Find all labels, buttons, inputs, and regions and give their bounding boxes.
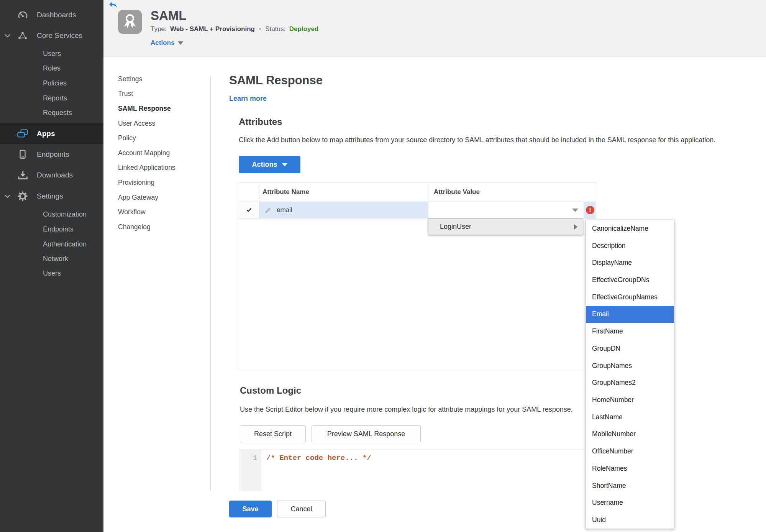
sidebar-item-downloads[interactable]: Downloads: [0, 165, 103, 186]
submenu-item-rolenames[interactable]: RoleNames: [586, 460, 674, 477]
submenu-arrow-icon: [574, 224, 577, 230]
subnav-item-saml-response[interactable]: SAML Response: [118, 101, 202, 116]
submenu-item-effectivegroupnames[interactable]: EffectiveGroupNames: [586, 289, 674, 306]
sidebar-item-settings-endpoints[interactable]: Endpoints: [0, 222, 103, 236]
row-checkbox[interactable]: [245, 206, 253, 214]
sidebar-item-settings[interactable]: Settings: [0, 186, 103, 207]
select-caret-icon: [572, 209, 578, 212]
sidebar-item-settings-users[interactable]: Users: [0, 266, 103, 281]
submenu-item-uuid[interactable]: Uuid: [586, 511, 674, 529]
type-value: Web - SAML + Provisioning: [170, 25, 255, 33]
download-icon: [17, 171, 28, 180]
attribute-value-select[interactable]: [428, 202, 584, 218]
script-editor: 1 /* Enter code here... */: [239, 450, 596, 491]
content-divider: [210, 76, 211, 490]
app-subnav: Settings Trust SAML Response User Access…: [118, 72, 202, 235]
attribute-name-value: email: [277, 206, 292, 214]
select-all-column-header[interactable]: [239, 182, 259, 202]
sidebar-item-policies[interactable]: Policies: [0, 76, 103, 90]
cancel-button[interactable]: Cancel: [277, 501, 326, 517]
edit-pencil-icon: [265, 207, 271, 213]
subnav-item-policy[interactable]: Policy: [118, 131, 202, 146]
submenu-item-email[interactable]: Email: [586, 306, 674, 323]
error-icon: !: [586, 206, 594, 214]
submenu-item-lastname[interactable]: LastName: [586, 409, 674, 426]
table-row[interactable]: email !: [239, 202, 596, 218]
app-title: SAML: [151, 8, 187, 23]
sidebar-item-network[interactable]: Network: [0, 251, 103, 266]
sidebar-item-label: Endpoints: [43, 225, 74, 233]
submenu-item-groupdn[interactable]: GroupDN: [586, 340, 674, 357]
app-header: SAML Type: Web - SAML + Provisioning • S…: [103, 0, 766, 57]
editor-line-number: 1: [239, 450, 261, 491]
status-badge: Deployed: [289, 25, 319, 33]
header-actions-menu[interactable]: Actions: [151, 39, 183, 47]
attribute-value-cell: !: [428, 202, 596, 218]
submenu-item-firstname[interactable]: FirstName: [586, 323, 674, 340]
sidebar-item-label: Core Services: [37, 31, 82, 40]
submenu-item-homenumber[interactable]: HomeNumber: [586, 391, 674, 409]
apps-icon: [17, 129, 28, 138]
chevron-down-icon[interactable]: [5, 195, 10, 198]
sidebar-item-apps[interactable]: Apps: [0, 123, 103, 144]
chevron-down-icon: [282, 163, 287, 166]
subnav-item-linked-applications[interactable]: Linked Applications: [118, 161, 202, 176]
status-label: Status:: [265, 25, 285, 33]
submenu-item-username[interactable]: Username: [586, 494, 674, 512]
subnav-item-app-gateway[interactable]: App Gateway: [118, 190, 202, 205]
sidebar-item-endpoints[interactable]: Endpoints: [0, 144, 103, 165]
learn-more-link[interactable]: Learn more: [229, 95, 267, 103]
attribute-name-cell[interactable]: email: [259, 202, 428, 218]
subnav-item-user-access[interactable]: User Access: [118, 116, 202, 131]
sidebar-item-label: Apps: [37, 130, 55, 138]
submenu-item-mobilenumber[interactable]: MobileNumber: [586, 426, 674, 443]
subnav-item-workflow[interactable]: Workflow: [118, 205, 202, 220]
submenu-item-effectivegroupdns[interactable]: EffectiveGroupDNs: [586, 271, 674, 289]
sidebar-item-customization[interactable]: Customization: [0, 207, 103, 222]
submenu-item-canonicalizename[interactable]: CanonicalizeName: [586, 220, 674, 237]
meta-separator: •: [259, 25, 261, 33]
submenu-item-shortname[interactable]: ShortName: [586, 477, 674, 494]
sidebar-item-users[interactable]: Users: [0, 46, 103, 61]
sidebar-item-label: Network: [43, 255, 68, 263]
sidebar-item-reports[interactable]: Reports: [0, 91, 103, 105]
value-menu-loginuser[interactable]: LoginUser: [428, 218, 583, 235]
check-icon: [246, 208, 252, 212]
chevron-down-icon[interactable]: [5, 34, 10, 38]
subnav-item-account-mapping[interactable]: Account Mapping: [118, 146, 202, 161]
subnav-item-provisioning[interactable]: Provisioning: [118, 175, 202, 190]
sidebar-item-dashboards[interactable]: Dashboards: [0, 5, 103, 25]
subnav-item-trust[interactable]: Trust: [118, 87, 202, 102]
preview-saml-response-button[interactable]: Preview SAML Response: [312, 425, 421, 442]
sidebar-item-label: Policies: [43, 79, 67, 87]
submenu-item-displayname[interactable]: DisplayName: [586, 254, 674, 271]
submenu-item-groupnames2[interactable]: GroupNames2: [586, 374, 674, 391]
save-button[interactable]: Save: [229, 501, 272, 517]
table-header-row: Attribute Name Attribute Value: [239, 182, 596, 202]
sidebar-item-authentication[interactable]: Authentication: [0, 237, 103, 251]
sidebar-item-roles[interactable]: Roles: [0, 61, 103, 76]
back-arrow-icon[interactable]: [109, 2, 117, 8]
subnav-item-settings[interactable]: Settings: [118, 72, 202, 87]
gear-icon: [17, 191, 28, 201]
saml-app-icon: [118, 10, 142, 34]
sidebar-item-label: Requests: [43, 109, 72, 117]
sidebar-item-label: Downloads: [37, 171, 73, 179]
subnav-item-changelog[interactable]: Changelog: [118, 220, 202, 235]
award-ribbon-icon: [123, 13, 137, 31]
sidebar-item-label: Reports: [43, 94, 67, 102]
submenu-item-groupnames[interactable]: GroupNames: [586, 357, 674, 374]
reset-script-button[interactable]: Reset Script: [240, 425, 306, 442]
attributes-actions-button[interactable]: Actions: [239, 156, 300, 173]
attributes-description: Click the Add button below to map attrib…: [239, 136, 715, 144]
editor-code-input[interactable]: /* Enter code here... */: [261, 450, 596, 491]
sidebar-item-core-services[interactable]: Core Services: [0, 25, 103, 46]
submenu-item-officenumber[interactable]: OfficeNumber: [586, 443, 674, 460]
attribute-value-column-header: Attribute Value: [428, 182, 596, 202]
custom-logic-description: Use the Script Editor below if you requi…: [240, 406, 573, 414]
attributes-table: Attribute Name Attribute Value email !: [239, 182, 596, 369]
sidebar-item-label: Customization: [43, 210, 87, 218]
sidebar-item-requests[interactable]: Requests: [0, 105, 103, 120]
submenu-item-description[interactable]: Description: [586, 237, 674, 255]
actions-button-label: Actions: [252, 161, 277, 169]
